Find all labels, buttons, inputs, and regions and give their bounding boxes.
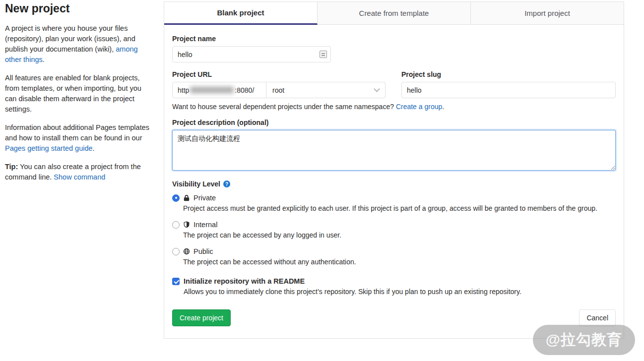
visibility-name: Private bbox=[193, 194, 216, 202]
watermark: @拉勾教育 bbox=[533, 325, 635, 355]
visibility-name: Public bbox=[193, 247, 213, 255]
tab-create-from-template[interactable]: Create from template bbox=[318, 2, 471, 24]
shield-icon bbox=[183, 221, 190, 228]
url-suffix-text: :8080/ bbox=[235, 86, 254, 94]
visibility-desc: Project access must be granted explicitl… bbox=[183, 203, 610, 214]
pages-guide-link[interactable]: Pages getting started guide bbox=[5, 144, 93, 152]
lock-icon bbox=[183, 194, 190, 201]
project-slug-input[interactable] bbox=[401, 82, 616, 98]
readme-desc: Allows you to immediately clone this pro… bbox=[184, 288, 616, 296]
visibility-desc: The project can be accessed by any logge… bbox=[183, 230, 610, 241]
visibility-option-private-row[interactable]: Private bbox=[172, 194, 616, 202]
cancel-button[interactable]: Cancel bbox=[579, 309, 616, 326]
project-url-prefix: http:8080/ bbox=[172, 82, 266, 98]
pages-text: Information about additional Pages templ… bbox=[5, 123, 149, 142]
url-redacted-blur bbox=[190, 87, 234, 93]
radio-private[interactable] bbox=[172, 194, 180, 202]
features-paragraph: All features are enabled for blank proje… bbox=[5, 73, 155, 115]
project-description-textarea[interactable]: 测试自动化构建流程 bbox=[172, 130, 616, 171]
tab-import-project[interactable]: Import project bbox=[471, 2, 624, 24]
visibility-level-label: Visibility Level bbox=[172, 180, 220, 188]
form-fill-extension-icon[interactable] bbox=[320, 51, 327, 58]
namespace-select[interactable]: root bbox=[266, 82, 386, 98]
visibility-name: Internal bbox=[193, 221, 217, 229]
project-name-input[interactable] bbox=[172, 46, 331, 62]
project-description-label: Project description (optional) bbox=[172, 119, 616, 126]
globe-icon bbox=[183, 248, 190, 255]
page-title: New project bbox=[5, 2, 155, 15]
pages-paragraph: Information about additional Pages templ… bbox=[5, 122, 155, 154]
visibility-desc: The project can be accessed without any … bbox=[183, 257, 610, 267]
visibility-option-private: Private Project access must be granted e… bbox=[172, 194, 616, 214]
new-project-panel: Blank project Create from template Impor… bbox=[164, 1, 624, 339]
readme-checkbox[interactable] bbox=[172, 278, 180, 285]
pages-period: . bbox=[93, 144, 95, 152]
intro-period: . bbox=[43, 56, 45, 63]
visibility-option-internal-row[interactable]: Internal bbox=[172, 221, 616, 229]
create-project-button[interactable]: Create project bbox=[172, 309, 231, 326]
intro-paragraph: A project is where you house your files … bbox=[5, 23, 155, 65]
namespace-help-period: . bbox=[442, 103, 444, 111]
readme-label: Initialize repository with a README bbox=[184, 277, 305, 285]
visibility-option-public: Public The project can be accessed witho… bbox=[172, 247, 616, 267]
blank-project-form: Project name Project URL http:8080/ root bbox=[164, 25, 624, 334]
create-group-link[interactable]: Create a group bbox=[396, 103, 442, 111]
visibility-option-public-row[interactable]: Public bbox=[172, 247, 616, 255]
project-url-label: Project URL bbox=[172, 70, 386, 78]
project-slug-label: Project slug bbox=[401, 70, 616, 78]
sidebar: New project A project is where you house… bbox=[5, 2, 155, 190]
namespace-selected-value: root bbox=[272, 86, 284, 94]
project-type-tabs: Blank project Create from template Impor… bbox=[164, 2, 624, 25]
visibility-option-internal: Internal The project can be accessed by … bbox=[172, 221, 616, 241]
radio-public[interactable] bbox=[172, 248, 180, 255]
radio-internal[interactable] bbox=[172, 221, 180, 229]
tip-paragraph: Tip: You can also create a project from … bbox=[5, 162, 155, 182]
show-command-link[interactable]: Show command bbox=[54, 173, 105, 181]
tab-blank-project[interactable]: Blank project bbox=[164, 2, 318, 25]
url-prefix-text: http bbox=[178, 86, 189, 94]
tip-label: Tip: bbox=[5, 163, 18, 171]
project-name-label: Project name bbox=[172, 35, 616, 43]
help-icon[interactable]: ? bbox=[223, 180, 230, 187]
namespace-help-pre: Want to house several dependent projects… bbox=[172, 103, 396, 111]
chevron-down-icon bbox=[374, 86, 380, 92]
namespace-help-text: Want to house several dependent projects… bbox=[172, 103, 616, 111]
